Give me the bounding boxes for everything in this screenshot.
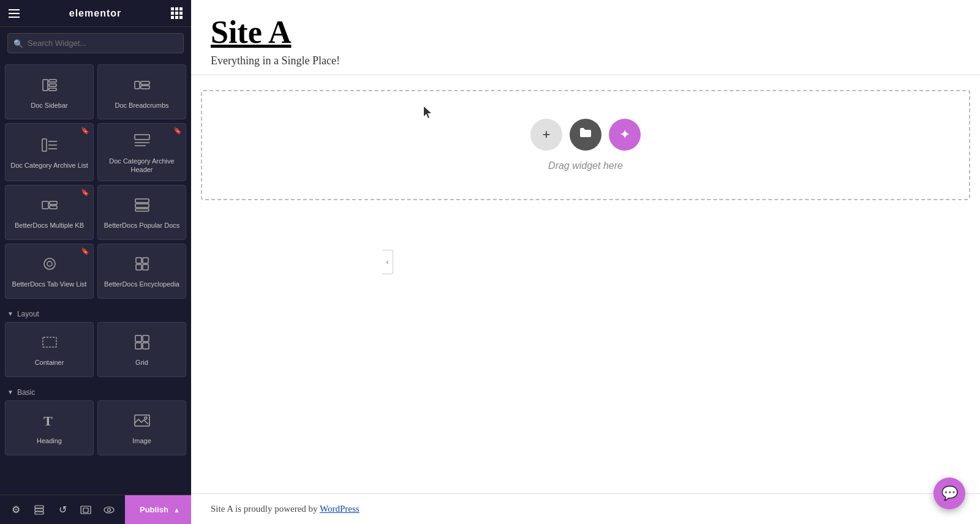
panel-topbar: elementor [0,0,191,27]
widget-card-container[interactable]: Container [5,322,94,377]
svg-rect-38 [83,508,88,512]
svg-rect-2 [49,84,56,86]
svg-rect-26 [43,337,56,347]
svg-rect-24 [136,264,141,270]
widget-icon-betterdocs-tab-view-list [41,255,58,276]
widget-icon-doc-sidebar [41,77,58,97]
publish-button[interactable]: Publish ▲ [125,495,195,524]
hamburger-menu[interactable] [9,9,20,18]
svg-rect-3 [49,88,56,91]
svg-rect-25 [143,264,148,270]
widget-card-betterdocs-multiple-kb[interactable]: 🔖 BetterDocs Multiple KB [5,185,94,240]
widget-label-betterdocs-tab-view-list: BetterDocs Tab View List [12,280,87,288]
widget-label-heading: Heading [37,436,62,445]
widget-card-heading[interactable]: T Heading [5,400,94,455]
settings-button[interactable]: ⚙ [5,499,27,521]
basic-chevron-icon: ▼ [7,389,13,395]
svg-point-21 [47,261,52,266]
bottom-toolbar: ⚙ ↺ Publish ▲ [0,495,191,524]
layout-section-header[interactable]: ▼ Layout [5,304,186,322]
svg-rect-5 [141,81,149,84]
chat-fab-button[interactable]: 💬 [933,477,965,509]
drop-zone-label: Drag widget here [548,160,623,171]
svg-rect-28 [143,335,149,342]
widget-icon-doc-category-archive-list [41,137,58,157]
widget-icon-betterdocs-encyclopedia [134,255,151,276]
search-input[interactable] [7,33,184,53]
svg-rect-14 [42,201,48,209]
history-button[interactable]: ↺ [51,499,74,521]
basic-section-label: Basic [17,388,35,397]
svg-point-40 [108,508,111,511]
svg-rect-23 [143,258,148,263]
widget-label-betterdocs-multiple-kb: BetterDocs Multiple KB [15,221,84,230]
drop-zone-actions: + ✦ [530,119,641,151]
svg-point-33 [145,417,147,419]
folder-icon [579,126,592,143]
widget-card-betterdocs-encyclopedia[interactable]: BetterDocs Encyclopedia [97,244,186,299]
svg-rect-18 [135,204,149,208]
site-tagline: Everything in a Single Place! [211,54,960,67]
svg-rect-16 [50,206,57,209]
chat-icon: 💬 [941,485,958,501]
widget-card-grid[interactable]: Grid [97,322,186,377]
svg-point-39 [104,507,114,513]
widget-card-doc-category-archive-header[interactable]: 🔖 Doc Category Archive Header [97,123,186,181]
widget-label-doc-category-archive-header: Doc Category Archive Header [103,157,181,174]
widget-card-doc-category-archive-list[interactable]: 🔖 Doc Category Archive List [5,123,94,181]
widget-card-doc-breadcrumbs[interactable]: Doc Breadcrumbs [97,64,186,119]
widget-card-betterdocs-popular-docs[interactable]: BetterDocs Popular Docs [97,185,186,240]
site-header: Site A Everything in a Single Place! [191,0,980,75]
svg-rect-35 [35,509,43,511]
widget-icon-grid [134,334,151,354]
widget-label-doc-category-archive-list: Doc Category Archive List [10,161,88,170]
widget-icon-image [134,412,151,433]
grid-menu-icon[interactable] [171,7,183,19]
widget-label-grid: Grid [135,358,148,367]
ai-icon: ✦ [619,127,630,143]
preview-area: Site A Everything in a Single Place! + ✦ [191,0,980,524]
bookmark-icon-3: 🔖 [81,189,89,196]
svg-rect-0 [43,80,48,91]
add-section-button[interactable]: + [530,119,562,151]
svg-rect-1 [49,80,56,82]
svg-rect-19 [135,209,149,211]
bookmark-icon: 🔖 [81,127,89,135]
widget-card-image[interactable]: Image [97,400,186,455]
svg-rect-30 [143,343,149,349]
view-button[interactable] [98,499,120,521]
bookmark-icon-4: 🔖 [81,247,89,255]
ai-button[interactable]: ✦ [609,119,641,151]
publish-label: Publish [140,505,168,514]
site-title: Site A [211,15,960,50]
svg-rect-7 [42,139,47,151]
search-bar: 🔍 [0,27,191,59]
widget-card-doc-sidebar[interactable]: Doc Sidebar [5,64,94,119]
search-icon: 🔍 [13,39,23,48]
widget-label-image: Image [132,436,151,445]
layers-button[interactable] [28,499,50,521]
add-icon: + [543,127,551,143]
footer-text: Site A is proudly powered by [211,504,320,514]
basic-section-header[interactable]: ▼ Basic [5,382,186,400]
template-button[interactable] [570,119,601,151]
svg-rect-22 [136,258,141,263]
widget-icon-betterdocs-multiple-kb [41,196,58,217]
svg-text:T: T [43,413,53,429]
svg-rect-15 [50,201,57,204]
widget-card-betterdocs-tab-view-list[interactable]: 🔖 BetterDocs Tab View List [5,244,94,299]
svg-rect-34 [35,506,43,508]
drop-zone[interactable]: + ✦ Drag widget here [201,90,970,200]
collapse-handle[interactable]: ‹ [382,250,393,274]
widget-icon-heading: T [41,412,58,433]
widget-grid-basic: T Heading Image [5,400,186,455]
site-footer: Site A is proudly powered by WordPress [191,493,980,524]
responsive-button[interactable] [75,499,97,521]
tool-icons-group: ⚙ ↺ [0,499,125,521]
widget-grid-layout: Container Grid [5,322,186,377]
widget-icon-doc-category-archive-header [134,132,151,153]
widget-grid-main: Doc Sidebar Doc Breadcrumbs 🔖 Doc Catego… [5,64,186,299]
footer-wordpress-link[interactable]: WordPress [320,504,360,514]
widgets-area: Doc Sidebar Doc Breadcrumbs 🔖 Doc Catego… [0,59,191,495]
svg-rect-29 [135,343,141,349]
